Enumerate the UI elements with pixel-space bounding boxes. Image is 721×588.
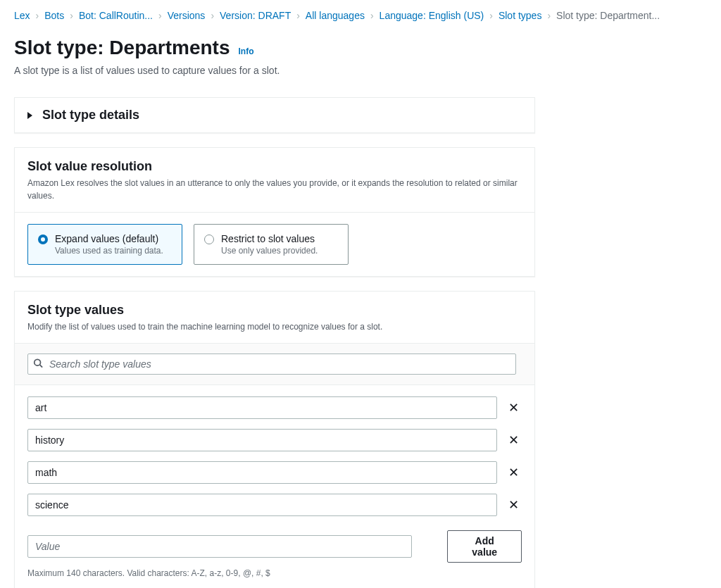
chevron-right-icon: › <box>70 10 73 21</box>
resolution-option-expand[interactable]: Expand values (default) Values used as t… <box>27 224 182 265</box>
chevron-right-icon: › <box>489 10 493 21</box>
helper-text: Maximum 140 characters. Valid characters… <box>27 568 522 578</box>
value-row: ✕ <box>27 461 522 484</box>
chevron-right-icon: › <box>158 10 162 21</box>
slot-value-resolution-panel: Slot value resolution Amazon Lex resolve… <box>14 147 535 277</box>
breadcrumb-link[interactable]: Language: English (US) <box>380 10 484 21</box>
remove-value-button[interactable]: ✕ <box>506 463 522 482</box>
breadcrumb-link[interactable]: All languages <box>306 10 365 21</box>
breadcrumb-link[interactable]: Versions <box>168 10 206 21</box>
value-input[interactable] <box>27 396 497 419</box>
new-value-input[interactable] <box>27 535 412 558</box>
radio-unselected-icon <box>204 234 214 244</box>
radio-sublabel: Use only values provided. <box>221 246 318 256</box>
close-icon: ✕ <box>508 401 519 415</box>
disclosure-triangle-icon <box>27 112 32 119</box>
breadcrumb-link[interactable]: Version: DRAFT <box>220 10 291 21</box>
panel-title: Slot value resolution <box>27 159 522 174</box>
panel-title: Slot type values <box>27 303 522 318</box>
panel-description: Amazon Lex resolves the slot values in a… <box>15 177 534 212</box>
slot-type-details-panel: Slot type details <box>14 97 535 133</box>
value-input[interactable] <box>27 461 497 484</box>
breadcrumb-link[interactable]: Bots <box>44 10 64 21</box>
panel-description: Modify the list of values used to train … <box>15 320 534 343</box>
page-title: Slot type: Departments <box>14 37 230 59</box>
chevron-right-icon: › <box>36 10 39 21</box>
add-value-button[interactable]: Add value <box>447 530 522 563</box>
breadcrumb-link[interactable]: Lex <box>14 10 30 21</box>
chevron-right-icon: › <box>370 10 374 21</box>
radio-sublabel: Values used as training data. <box>55 246 163 256</box>
value-row: ✕ <box>27 396 522 419</box>
panel-title: Slot type details <box>42 108 139 123</box>
remove-value-button[interactable]: ✕ <box>506 399 522 417</box>
close-icon: ✕ <box>508 465 519 480</box>
breadcrumb-current: Slot type: Department... <box>556 10 660 21</box>
value-input[interactable] <box>27 494 497 516</box>
chevron-right-icon: › <box>547 10 551 21</box>
value-row: ✕ <box>27 429 522 451</box>
radio-label: Restrict to slot values <box>221 233 318 244</box>
breadcrumb: Lex › Bots › Bot: CallRoutin... › Versio… <box>0 0 721 31</box>
search-input[interactable] <box>27 354 516 375</box>
resolution-option-restrict[interactable]: Restrict to slot values Use only values … <box>194 224 349 265</box>
value-row: ✕ <box>27 494 522 516</box>
slot-type-details-toggle[interactable]: Slot type details <box>15 98 534 132</box>
radio-selected-icon <box>38 234 48 244</box>
page-subtitle: A slot type is a list of values used to … <box>14 65 707 76</box>
close-icon: ✕ <box>508 498 519 512</box>
breadcrumb-link[interactable]: Bot: CallRoutin... <box>79 10 153 21</box>
chevron-right-icon: › <box>211 10 214 21</box>
chevron-right-icon: › <box>296 10 300 21</box>
close-icon: ✕ <box>508 433 519 447</box>
slot-type-values-panel: Slot type values Modify the list of valu… <box>14 291 535 588</box>
remove-value-button[interactable]: ✕ <box>506 431 522 449</box>
remove-value-button[interactable]: ✕ <box>506 496 522 514</box>
value-input[interactable] <box>27 429 497 451</box>
info-link[interactable]: Info <box>239 46 254 56</box>
radio-label: Expand values (default) <box>55 233 163 244</box>
breadcrumb-link[interactable]: Slot types <box>499 10 541 21</box>
